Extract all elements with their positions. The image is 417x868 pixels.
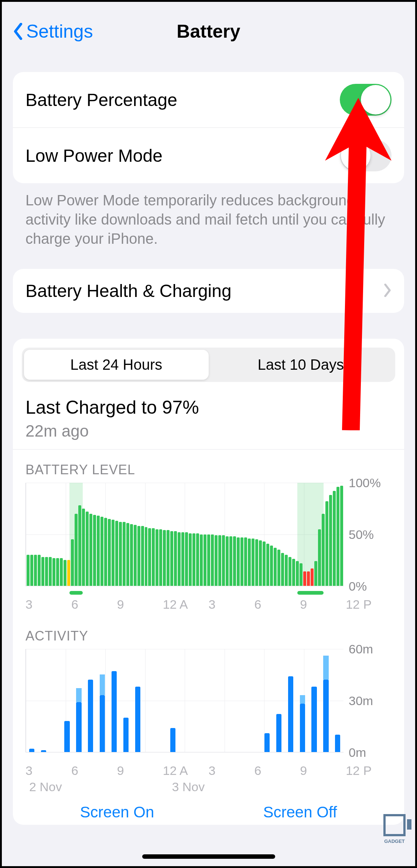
battery-health-row[interactable]: Battery Health & Charging bbox=[13, 269, 404, 313]
watermark: GADGET bbox=[383, 814, 406, 844]
chevron-right-icon bbox=[383, 281, 392, 301]
activity-date-axis: 2 Nov 3 Nov bbox=[25, 780, 392, 796]
last-charged-sub: 22m ago bbox=[25, 422, 392, 440]
last-charged-title: Last Charged to 97% bbox=[25, 397, 392, 418]
low-power-mode-toggle[interactable] bbox=[340, 140, 392, 171]
activity-chart[interactable] bbox=[25, 649, 343, 752]
low-power-mode-label: Low Power Mode bbox=[25, 146, 163, 166]
battery-percentage-row[interactable]: Battery Percentage bbox=[13, 72, 404, 127]
activity-heading: ACTIVITY bbox=[25, 628, 392, 644]
legend-screen-on: Screen On bbox=[80, 803, 154, 821]
battery-percentage-toggle[interactable] bbox=[340, 84, 392, 116]
battery-level-y-axis: 0%50%100% bbox=[343, 483, 392, 586]
chevron-left-icon bbox=[13, 23, 23, 40]
back-label: Settings bbox=[26, 21, 93, 42]
legend-screen-off: Screen Off bbox=[263, 803, 337, 821]
back-button[interactable]: Settings bbox=[13, 21, 93, 42]
activity-x-axis: 36912 A36912 P bbox=[25, 763, 392, 778]
low-power-footer: Low Power Mode temporarily reduces backg… bbox=[13, 183, 404, 248]
segment-last-24-hours[interactable]: Last 24 Hours bbox=[24, 350, 209, 380]
battery-level-x-axis: 36912 A36912 P bbox=[25, 597, 392, 612]
battery-level-chart[interactable] bbox=[25, 483, 343, 586]
battery-level-heading: BATTERY LEVEL bbox=[25, 462, 392, 478]
home-indicator[interactable] bbox=[142, 854, 275, 859]
low-power-mode-row[interactable]: Low Power Mode bbox=[13, 127, 404, 183]
time-range-segmented[interactable]: Last 24 Hours Last 10 Days bbox=[22, 348, 395, 382]
segment-last-10-days[interactable]: Last 10 Days bbox=[209, 350, 393, 380]
battery-health-label: Battery Health & Charging bbox=[25, 281, 232, 301]
activity-y-axis: 0m30m60m bbox=[343, 649, 392, 752]
battery-percentage-label: Battery Percentage bbox=[25, 90, 177, 110]
